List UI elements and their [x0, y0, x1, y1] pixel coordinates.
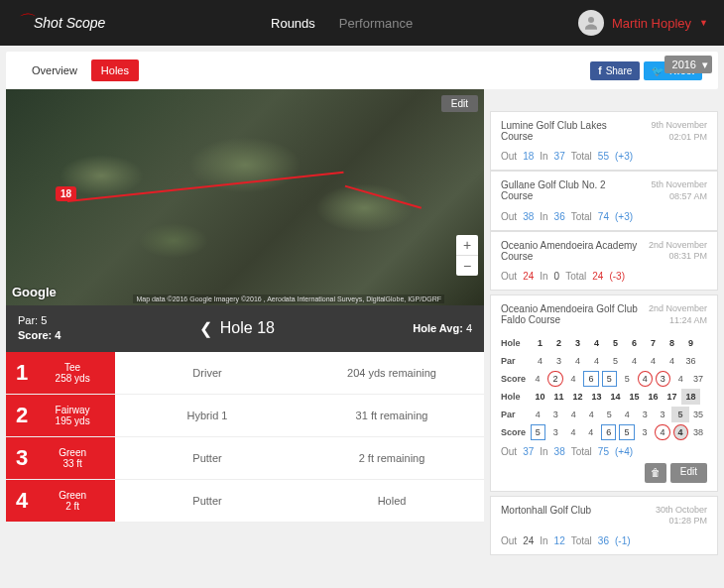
map-attribution: Map data ©2016 Google Imagery ©2016 , Ae… — [133, 294, 444, 303]
prev-hole-button[interactable]: ❮ — [199, 319, 212, 338]
shot-row: 1Tee258 yds Driver 204 yds remaining — [6, 352, 484, 395]
hole-summary-bar: Par: 5 Score: 4 ❮ Hole 18 Hole Avg: 4 — [6, 305, 484, 352]
delete-round-button[interactable]: 🗑 — [645, 463, 666, 483]
app-header: ⌒Shot Scope Rounds Performance Martin Ho… — [0, 0, 724, 46]
shot-remaining: 31 ft remaining — [300, 395, 484, 436]
round-card[interactable]: Mortonhall Golf Club 30th October01:28 P… — [490, 496, 718, 555]
shot-remaining: 2 ft remaining — [300, 437, 484, 479]
shot-row: 4Green2 ft Putter Holed — [6, 480, 484, 523]
shot-club: Hybrid 1 — [115, 395, 300, 436]
round-card-expanded: Oceanio Amendoeira Golf Club Faldo Cours… — [490, 294, 718, 491]
shot-remaining: 204 yds remaining — [300, 352, 484, 394]
user-caret-icon: ▼ — [699, 18, 708, 28]
tab-overview[interactable]: Overview — [22, 59, 87, 81]
google-logo: Google — [12, 285, 57, 299]
zoom-in-button[interactable]: + — [456, 235, 478, 256]
share-button[interactable]: fShare — [590, 61, 640, 80]
nav-rounds[interactable]: Rounds — [271, 16, 315, 31]
map-edit-button[interactable]: Edit — [441, 95, 478, 112]
round-name[interactable]: Oceanio Amendoeira Golf Club Faldo Cours… — [501, 303, 640, 326]
svg-point-0 — [588, 17, 594, 23]
shot-row: 3Green33 ft Putter 2 ft remaining — [6, 437, 484, 480]
shot-club: Driver — [115, 352, 300, 394]
hole-map[interactable]: Edit 18 Google Map data ©2016 Google Ima… — [6, 89, 484, 305]
hole-title: Hole 18 — [220, 319, 275, 337]
year-select[interactable]: 2016 — [664, 56, 712, 73]
user-menu[interactable]: Martin Hopley ▼ — [578, 10, 708, 36]
nav-performance[interactable]: Performance — [339, 16, 413, 31]
main-nav: Rounds Performance — [271, 16, 413, 31]
round-card[interactable]: Oceanio Amendoeira Academy Course2nd Nov… — [490, 231, 718, 291]
round-card[interactable]: Lumine Golf Club Lakes Course9th Novembe… — [490, 111, 718, 171]
edit-round-button[interactable]: Edit — [670, 463, 707, 483]
logo: ⌒Shot Scope — [16, 15, 105, 31]
zoom-out-button[interactable]: − — [456, 256, 478, 276]
toolbar: Overview Holes fShare 🐦Tweet 2016 — [6, 52, 718, 89]
shot-club: Putter — [115, 437, 300, 479]
shot-remaining: Holed — [300, 480, 484, 522]
shot-path — [67, 172, 344, 202]
avatar-icon — [578, 10, 604, 36]
shot-row: 2Fairway195 yds Hybrid 1 31 ft remaining — [6, 395, 484, 437]
map-zoom: + − — [456, 235, 478, 276]
round-card[interactable]: Gullane Golf Club No. 2 Course5th Novemb… — [490, 171, 718, 230]
user-name: Martin Hopley — [612, 16, 691, 31]
tab-holes[interactable]: Holes — [91, 59, 139, 81]
shot-club: Putter — [115, 480, 300, 522]
